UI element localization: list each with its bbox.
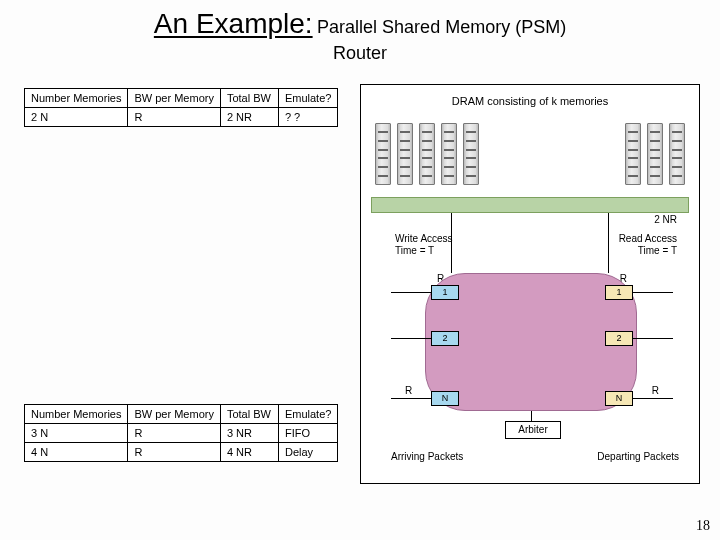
output-port-n: N (605, 391, 633, 406)
output-port-1: 1 (605, 285, 633, 300)
table-row: Number Memories BW per Memory Total BW E… (25, 405, 338, 424)
page-number: 18 (696, 518, 710, 534)
connector-line (633, 338, 673, 339)
departing-packets-label: Departing Packets (597, 451, 679, 462)
cell: 2 N (25, 108, 128, 127)
bus-label: 2 NR (654, 214, 677, 225)
col-header: Total BW (220, 89, 278, 108)
write-access-label: Write Access Time = T (395, 233, 453, 257)
cell: ? ? (278, 108, 337, 127)
bank-group-right (625, 123, 685, 185)
col-header: Total BW (220, 405, 278, 424)
arriving-packets-label: Arriving Packets (391, 451, 463, 462)
col-header: Emulate? (278, 89, 337, 108)
table-summary-bottom: Number Memories BW per Memory Total BW E… (24, 404, 338, 462)
connector-line (633, 292, 673, 293)
title-main: An Example: (154, 8, 313, 39)
rate-label-right-bottom: R (652, 385, 659, 396)
cell: R (128, 108, 220, 127)
col-header: Number Memories (25, 405, 128, 424)
connector-line (391, 292, 431, 293)
memory-bank-icon (463, 123, 479, 185)
rate-label-left-bottom: R (405, 385, 412, 396)
input-port-1: 1 (431, 285, 459, 300)
table-row: 2 N R 2 NR ? ? (25, 108, 338, 127)
arbiter-box: Arbiter (505, 421, 561, 439)
memory-bank-icon (375, 123, 391, 185)
connector-line (451, 213, 452, 273)
cell: 2 NR (220, 108, 278, 127)
cell: 4 N (25, 443, 128, 462)
memory-banks (375, 123, 685, 185)
col-header: Emulate? (278, 405, 337, 424)
cell: Delay (278, 443, 337, 462)
memory-bank-icon (419, 123, 435, 185)
col-header: BW per Memory (128, 405, 220, 424)
input-port-2: 2 (431, 331, 459, 346)
cell: 3 N (25, 424, 128, 443)
col-header: BW per Memory (128, 89, 220, 108)
output-port-2: 2 (605, 331, 633, 346)
title-sub-2: Router (333, 43, 387, 63)
memory-bank-icon (625, 123, 641, 185)
bus-bar (371, 197, 689, 213)
cell: 4 NR (220, 443, 278, 462)
connector-line (531, 411, 532, 421)
input-port-n: N (431, 391, 459, 406)
cell: R (128, 443, 220, 462)
cell: R (128, 424, 220, 443)
slide-title: An Example: Parallel Shared Memory (PSM)… (0, 0, 720, 66)
col-header: Number Memories (25, 89, 128, 108)
connector-line (391, 338, 431, 339)
memory-bank-icon (441, 123, 457, 185)
table-row: Number Memories BW per Memory Total BW E… (25, 89, 338, 108)
table-row: 4 N R 4 NR Delay (25, 443, 338, 462)
cell: FIFO (278, 424, 337, 443)
cell: 3 NR (220, 424, 278, 443)
bank-group-left (375, 123, 479, 185)
table-summary-top: Number Memories BW per Memory Total BW E… (24, 88, 338, 127)
connector-line (608, 213, 609, 273)
connector-line (391, 398, 431, 399)
table-row: 3 N R 3 NR FIFO (25, 424, 338, 443)
connector-line (633, 398, 673, 399)
title-sub-1: Parallel Shared Memory (PSM) (317, 17, 566, 37)
memory-bank-icon (669, 123, 685, 185)
memory-bank-icon (647, 123, 663, 185)
psm-diagram: DRAM consisting of k memories 2 NR Write… (360, 84, 700, 484)
dram-label: DRAM consisting of k memories (361, 95, 699, 107)
memory-bank-icon (397, 123, 413, 185)
read-access-label: Read Access Time = T (619, 233, 677, 257)
